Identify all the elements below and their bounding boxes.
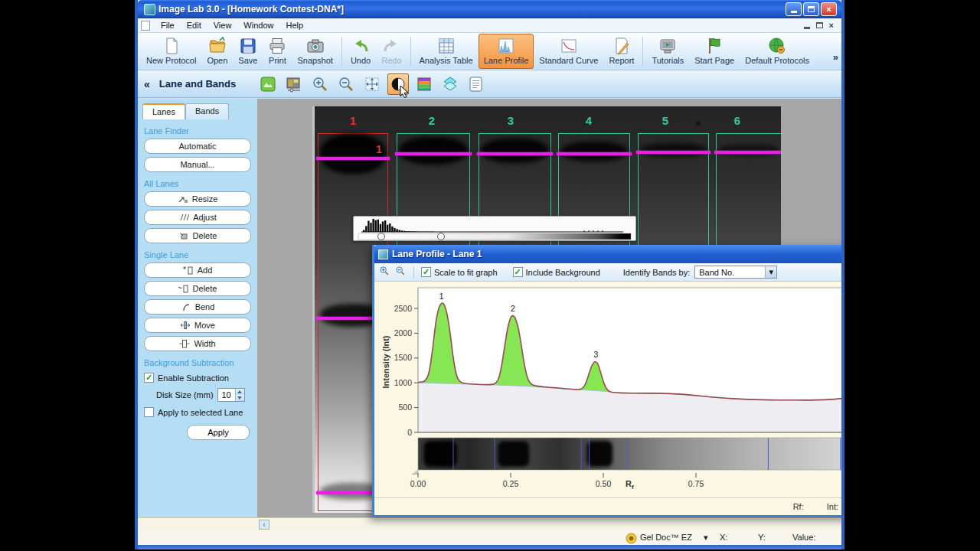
spin-down-button[interactable] [236,395,244,401]
spin-up-button[interactable] [236,389,244,395]
title-bar[interactable]: Image Lab 3.0 - [Homework Contest-DNA*] … [138,0,841,18]
child-restore-icon[interactable] [816,22,823,28]
document-icon [141,21,150,31]
scale-to-fit-checkbox[interactable]: ✓ [421,267,431,277]
camera-status-icon [626,533,637,546]
menu-edit[interactable]: Edit [181,19,207,31]
identify-bands-dropdown[interactable]: Band No. ▾ [694,266,777,279]
button-label: Adjust [193,213,217,222]
band-marker-line[interactable] [395,152,472,155]
save-button[interactable]: Save [233,34,263,69]
open-button[interactable]: Open [201,34,233,69]
intensity-histogram[interactable] [354,217,635,240]
toolbar-button-label: Redo [381,56,401,65]
single-lane-deletebutton[interactable]: ~Delete [144,281,251,296]
toolbar-separator [642,37,643,66]
lane-number-3: 3 [508,114,514,127]
zoom-out-icon[interactable] [395,266,407,279]
lane-profile-title-bar[interactable]: Lane Profile - Lane 1 [374,245,844,263]
child-close-icon[interactable]: × [829,21,834,30]
transform-button[interactable] [283,73,305,95]
snapshot-button[interactable]: Snapshot [292,34,338,69]
menu-help[interactable]: Help [279,19,309,31]
horizontal-scrollbar[interactable]: ‹ [138,517,841,530]
menu-window[interactable]: Window [237,19,279,31]
tab-lanes[interactable]: Lanes [142,103,185,119]
menu-file[interactable]: File [155,19,181,31]
adjust-icon [178,213,189,222]
include-background-checkbox[interactable]: ✓ [513,267,523,277]
close-button[interactable]: × [821,2,837,16]
apply-button[interactable]: Apply [187,425,250,440]
zoom-in-icon[interactable] [379,266,390,279]
lane-number-1: 1 [350,114,356,127]
lane-profile-button[interactable]: Lane Profile [479,34,534,69]
zoom-in-button[interactable] [309,73,331,95]
lane-finder-automaticbutton[interactable]: Automatic [144,139,251,154]
collapse-panel-icon[interactable]: « [144,78,150,90]
analysis-table-button[interactable]: Analysis Table [414,34,479,69]
report-button[interactable]: Report [603,34,639,69]
start-page-button[interactable]: Start Page [689,34,740,69]
scroll-left-button[interactable]: ‹ [259,520,270,530]
print-button[interactable]: Print [263,34,292,69]
toolbar-separator [410,37,411,66]
new-protocol-button[interactable]: New Protocol [141,34,201,69]
colormap-button[interactable] [413,73,435,95]
single-lane-movebutton[interactable]: Move [144,318,251,333]
gel-band [640,143,707,157]
report-icon [612,37,631,55]
restore-button[interactable] [803,2,819,16]
all-lanes-adjustbutton[interactable]: Adjust [144,210,251,225]
single-lane-bendbutton[interactable]: Bend [144,299,251,315]
apply-selected-checkbox[interactable] [144,407,154,417]
image-transform-widget[interactable] [353,216,636,241]
toolbar-overflow-chevron[interactable]: » [833,51,838,63]
lane-number-6: 6 [734,114,740,127]
single-lane-widthbutton[interactable]: Width [144,336,251,351]
default-protocols-icon [768,37,786,55]
default-protocols-button[interactable]: Default Protocols [740,34,815,69]
band-marker-line[interactable] [557,152,632,155]
standard-curve-button[interactable]: Standard Curve [534,34,603,69]
child-minimize-icon[interactable] [804,27,810,29]
fit-image-button[interactable] [361,73,383,95]
band-marker-line[interactable] [477,152,553,155]
minimize-button[interactable] [786,2,802,16]
status-bar: Gel Doc™ EZ ▾ X: Y: Value: [138,530,841,545]
snapshot-icon [306,37,325,55]
disk-size-stepper[interactable]: 10 [217,388,245,402]
all-lanes-deletebutton[interactable]: Delete [144,228,251,243]
lane-finder-manual-button[interactable]: Manual... [144,157,251,172]
image-info-button[interactable] [466,73,487,95]
button-label: Delete [193,231,217,240]
lane-number-4: 4 [586,114,592,127]
device-dropdown-arrow[interactable]: ▾ [704,533,708,543]
enable-subtraction-checkbox[interactable]: ✓ [144,373,154,383]
disk-size-value: 10 [218,389,235,401]
svg-text:0.00: 0.00 [410,479,426,488]
undo-button[interactable]: Undo [345,34,376,69]
width-icon [179,339,190,348]
overlay-button[interactable] [439,73,461,95]
band-marker-line[interactable] [636,151,710,154]
band-marker-line[interactable] [714,151,781,154]
analysis-table-icon [437,37,456,55]
lane-profile-toolbar: ✓ Scale to fit graph ✓ Include Backgroun… [374,263,844,282]
tutorials-button[interactable]: Tutorials [646,34,689,69]
lane-profile-window-icon [378,249,388,259]
app-window: Image Lab 3.0 - [Homework Contest-DNA*] … [135,0,844,549]
contrast-button[interactable] [387,73,409,95]
zoom-out-button[interactable] [335,73,357,95]
toolbar-button-label: Start Page [694,56,734,65]
tab-bands[interactable]: Bands [185,103,229,119]
image-info-icon [468,76,485,93]
single-lane-addbutton[interactable]: *Add [144,262,251,278]
redo-button[interactable]: Redo [376,34,407,69]
image-overview-button[interactable] [257,73,279,95]
restore-icon [808,6,815,12]
band-marker-line[interactable] [316,157,390,160]
menu-view[interactable]: View [207,19,238,31]
all-lanes-resizebutton[interactable]: Resize [144,191,251,207]
undo-icon [351,37,370,55]
